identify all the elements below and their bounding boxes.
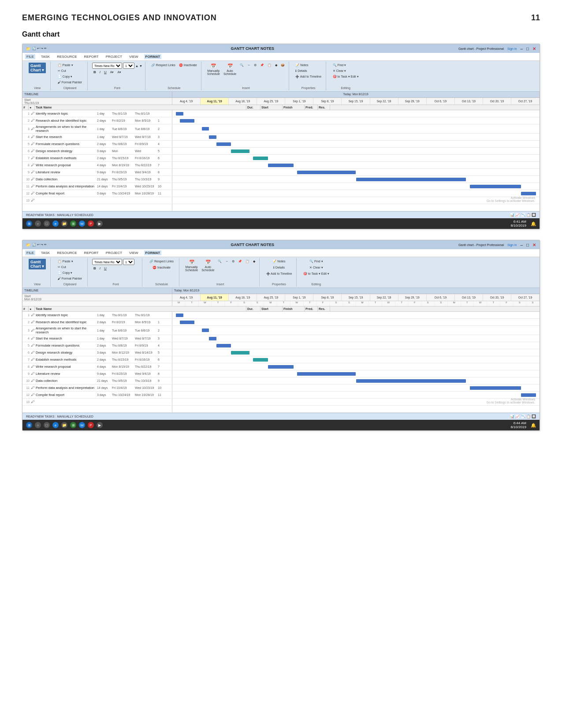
notification-btn-2[interactable]: 🔔 — [531, 423, 536, 428]
edge-btn-1[interactable]: e — [52, 220, 59, 227]
move-btn[interactable]: ↔ — [246, 63, 252, 67]
clear-btn-2[interactable]: ✕ Clear ▾ — [308, 265, 324, 270]
app2-btn-2[interactable]: P — [88, 422, 94, 428]
notes-btn-2[interactable]: 📝 Notes — [271, 259, 287, 264]
store-btn-2[interactable]: ⊞ — [70, 422, 76, 428]
underline-btn-2[interactable]: U — [103, 265, 108, 271]
menu-project-2[interactable]: PROJECT — [104, 250, 123, 255]
menu-task-2[interactable]: TASK — [40, 250, 51, 255]
edge-btn-2[interactable]: e — [52, 422, 59, 428]
app1-btn-1[interactable]: W — [79, 220, 85, 227]
font-color-btn[interactable]: A▾ — [116, 70, 123, 75]
minimize-btn-2[interactable]: – — [520, 243, 523, 247]
copy-btn-2[interactable]: 📄 Copy ▾ — [56, 270, 83, 276]
signin-btn-2[interactable]: Sign in — [507, 243, 517, 246]
notes-btn[interactable]: 📝 Notes — [294, 63, 323, 68]
summary-btn-2[interactable]: 📋 — [244, 259, 251, 264]
menu-task-1[interactable]: TASK — [40, 54, 51, 59]
app2-btn-1[interactable]: P — [88, 220, 94, 227]
decrease-font-btn[interactable]: ▲ — [135, 64, 138, 67]
menu-resource-1[interactable]: RESOURCE — [56, 54, 78, 59]
scroll-to-task-btn-2[interactable]: 🎯 to Task ▾ Edit ▾ — [302, 271, 331, 276]
inactivate-btn-2[interactable]: ⛔ Inactivate — [151, 265, 172, 270]
menu-report-2[interactable]: REPORT — [83, 250, 100, 255]
cut-btn-2[interactable]: ✂ Cut — [56, 265, 83, 270]
app3-btn-2[interactable]: ▶ — [97, 422, 103, 428]
signin-btn-1[interactable]: Sign in — [507, 47, 517, 50]
maximize-btn-1[interactable]: □ — [526, 46, 529, 51]
task-view-btn-2[interactable]: □ — [44, 422, 50, 428]
clear-btn[interactable]: ✕ Clear ▾ — [331, 68, 360, 74]
auto-schedule-btn[interactable]: 📅AutoSchedule — [222, 63, 238, 76]
close-btn-2[interactable]: ✕ — [532, 243, 536, 247]
milestone-btn-2[interactable]: ◆ — [252, 259, 257, 264]
menu-resource-2[interactable]: RESOURCE — [56, 250, 78, 255]
auto-schedule-btn-2[interactable]: 📅AutoSchedule — [200, 259, 216, 273]
respect-links-btn[interactable]: 🔗 Respect Links — [150, 63, 177, 68]
bg-color-btn[interactable]: A▾ — [109, 70, 115, 75]
add-to-timeline-btn[interactable]: ➕ Add to Timeline — [294, 74, 323, 79]
manually-schedule-btn-2[interactable]: 📅ManuallySchedule — [184, 259, 199, 273]
deliverable-btn[interactable]: 📦 — [279, 63, 286, 68]
app3-btn-1[interactable]: ▶ — [97, 220, 103, 227]
menu-view-1[interactable]: VIEW — [128, 54, 139, 59]
underline-btn[interactable]: U — [103, 69, 108, 75]
folder-btn-1[interactable]: 📁 — [61, 220, 67, 227]
menu-report-1[interactable]: REPORT — [83, 54, 100, 59]
gantt-chart-btn[interactable]: GanttChart ▾ — [29, 63, 46, 73]
start-btn-2[interactable]: ⊞ — [26, 422, 32, 428]
paste-btn[interactable]: 📋 Paste ▾ — [56, 63, 83, 68]
search-btn-1[interactable]: ○ — [35, 220, 41, 227]
task-view-btn-1[interactable]: □ — [44, 220, 50, 227]
menu-format-1[interactable]: FORMAT — [144, 54, 162, 59]
task-btn-2[interactable]: 📌 — [237, 259, 243, 264]
milestone-btn[interactable]: ◆ — [274, 63, 279, 68]
minimize-btn-1[interactable]: – — [520, 46, 523, 51]
inspect-btn[interactable]: 🔍 — [238, 63, 245, 68]
gantt-chart-btn-2[interactable]: GanttChart ▾ — [29, 259, 46, 269]
bold-btn[interactable]: B — [92, 69, 97, 75]
italic-btn[interactable]: I — [98, 69, 102, 75]
task-btn[interactable]: 📌 — [259, 63, 265, 68]
app1-btn-2[interactable]: W — [79, 422, 85, 428]
menu-format-2[interactable]: FORMAT — [144, 250, 162, 255]
store-btn-1[interactable]: ⊞ — [70, 220, 76, 227]
mode-btn-2[interactable]: ⚙ — [231, 259, 236, 264]
menu-file-2[interactable]: FILE — [25, 250, 35, 255]
bold-btn-2[interactable]: B — [92, 265, 97, 271]
mode-btn[interactable]: ⚙ — [253, 63, 258, 68]
format-painter-btn[interactable]: 🖌 Format Painter — [56, 80, 83, 85]
paste-btn-2[interactable]: 📋 Paste ▾ — [56, 259, 83, 264]
manually-schedule-btn[interactable]: 📅ManuallySchedule — [206, 63, 221, 76]
format-painter-btn-2[interactable]: 🖌 Format Painter — [56, 276, 83, 281]
maximize-btn-2[interactable]: □ — [526, 243, 529, 247]
scroll-to-task-btn[interactable]: 🎯 to Task ▾ Edit ▾ — [331, 74, 360, 79]
notification-btn-1[interactable]: 🔔 — [531, 221, 536, 226]
folder-btn-2[interactable]: 📁 — [61, 422, 67, 428]
menu-project-1[interactable]: PROJECT — [104, 54, 123, 59]
copy-btn[interactable]: 📄 Copy ▾ — [56, 74, 83, 79]
move-btn-2[interactable]: ↔ — [224, 259, 230, 264]
increase-font-btn[interactable]: ▼ — [139, 64, 142, 67]
details-btn-2[interactable]: ℹ Details — [272, 265, 286, 270]
search-btn-2[interactable]: ○ — [35, 422, 41, 428]
inspect-btn-2[interactable]: 🔍 — [216, 259, 223, 264]
font-size-select[interactable]: 11 — [123, 63, 134, 69]
close-btn-1[interactable]: ✕ — [532, 46, 536, 51]
details-btn[interactable]: ℹ Details — [294, 68, 323, 74]
menu-file-1[interactable]: FILE — [25, 54, 35, 59]
inactivate-btn[interactable]: ⛔ Inactivate — [178, 63, 198, 68]
cut-btn[interactable]: ✂ Cut — [56, 68, 83, 74]
font-family-select[interactable]: Times New Ro — [92, 63, 122, 69]
italic-btn-2[interactable]: I — [98, 265, 102, 271]
respect-links-btn-2[interactable]: 🔗 Respect Links — [148, 259, 175, 264]
font-family-select-2[interactable]: Times New Ro — [92, 259, 122, 265]
font-size-select-2[interactable]: 11 — [123, 259, 134, 265]
add-to-timeline-btn-2[interactable]: ➕ Add to Timeline — [265, 271, 294, 276]
find-btn[interactable]: 🔍 Find ▾ — [331, 63, 360, 68]
start-btn-1[interactable]: ⊞ — [26, 220, 32, 227]
menu-view-2[interactable]: VIEW — [128, 250, 139, 255]
table-row-empty: 13🖊 — [22, 197, 540, 204]
find-btn-2[interactable]: 🔍 Find ▾ — [308, 259, 324, 264]
summary-btn[interactable]: 📋 — [266, 63, 273, 68]
